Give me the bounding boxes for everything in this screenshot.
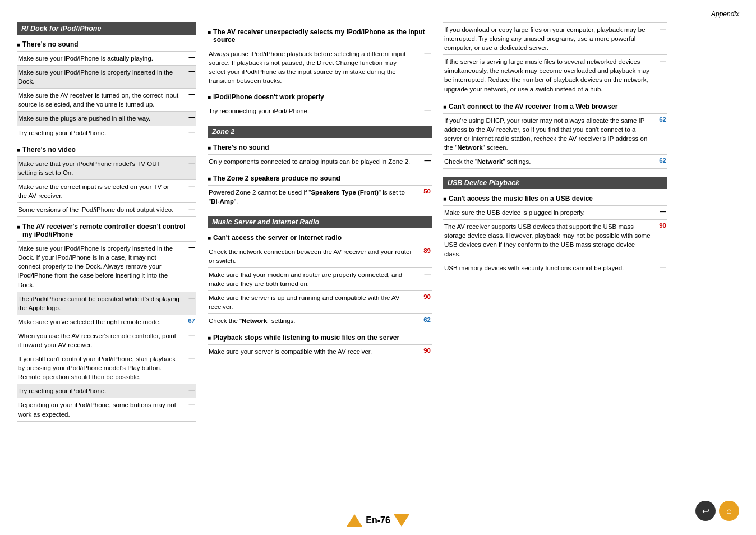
table-row: Make sure that your iPod/iPhone model's … xyxy=(17,156,196,179)
table-row: When you use the AV receiver's remote co… xyxy=(17,329,196,352)
back-icon[interactable]: ↩ xyxy=(695,501,716,521)
cant-access-server-title: Can't access the server or Internet radi… xyxy=(208,234,432,242)
page-footer: En-76 ↩ ⌂ xyxy=(0,514,756,527)
left-column: RI Dock for iPod/iPhone There's no sound… xyxy=(11,22,202,501)
table-row: If you still can't control your iPod/iPh… xyxy=(17,352,196,384)
no-sound-title: There's no sound xyxy=(17,40,196,48)
mid-column: The AV receiver unexpectedly selects my … xyxy=(202,22,437,501)
no-video-title: There's no video xyxy=(17,146,196,154)
table-row: If you're using DHCP, your router may no… xyxy=(443,113,667,154)
table-row: Make sure the AV receiver is turned on, … xyxy=(17,88,196,111)
remote-title: The AV receiver's remote controller does… xyxy=(17,223,196,238)
table-row: Make sure the USB device is plugged in p… xyxy=(443,205,667,219)
no-sound-rows: Make sure your iPod/iPhone is actually p… xyxy=(17,51,196,140)
zone2-no-sound-title: There's no sound xyxy=(208,144,432,151)
ipod-not-work-title: iPod/iPhone doesn't work properly xyxy=(208,93,432,101)
table-row: The iPod/iPhone cannot be operated while… xyxy=(17,292,196,315)
prev-page-icon[interactable] xyxy=(347,514,362,527)
table-row: Make sure the correct input is selected … xyxy=(17,179,196,202)
ri-dock-header: RI Dock for iPod/iPhone xyxy=(17,22,196,35)
usb-rows: Make sure the USB device is plugged in p… xyxy=(443,205,667,275)
no-video-rows: Make sure that your iPod/iPhone model's … xyxy=(17,156,196,217)
table-row: Depending on your iPod/iPhone, some butt… xyxy=(17,398,196,421)
table-row: If you download or copy large files on y… xyxy=(443,22,667,54)
page: Appendix RI Dock for iPod/iPhone There's… xyxy=(0,0,756,535)
table-row: Make sure you've selected the right remo… xyxy=(17,315,196,329)
table-row: Only components connected to analog inpu… xyxy=(208,154,432,168)
home-icon[interactable]: ⌂ xyxy=(719,501,739,521)
table-row: Make sure the plugs are pushed in all th… xyxy=(17,111,196,125)
right-column: If you download or copy large files on y… xyxy=(437,22,673,501)
content-area: RI Dock for iPod/iPhone There's no sound… xyxy=(0,22,756,501)
table-row: Make sure your iPod/iPhone is actually p… xyxy=(17,51,196,65)
web-browser-rows: If you're using DHCP, your router may no… xyxy=(443,113,667,169)
table-row: Always pause iPod/iPhone playback before… xyxy=(208,47,432,87)
cant-access-server-rows: Check the network connection between the… xyxy=(208,245,432,329)
table-row: If the server is serving large music fil… xyxy=(443,54,667,95)
av-selects-title: The AV receiver unexpectedly selects my … xyxy=(208,28,432,44)
table-row: Check the "Network" settings. 62 xyxy=(443,154,667,169)
zone2-header: Zone 2 xyxy=(208,126,432,138)
remote-rows: Make sure your iPod/iPhone is properly i… xyxy=(17,241,196,422)
table-row: Powered Zone 2 cannot be used if "Speake… xyxy=(208,185,432,208)
table-row: The AV receiver supports USB devices tha… xyxy=(443,219,667,260)
table-row: Make sure your iPod/iPhone is properly i… xyxy=(17,241,196,291)
table-row: USB memory devices with security functio… xyxy=(443,261,667,275)
usb-cant-access-title: Can't access the music files on a USB de… xyxy=(443,195,667,202)
music-server-header: Music Server and Internet Radio xyxy=(208,216,432,228)
table-row: Check the "Network" settings. 62 xyxy=(208,313,432,328)
table-row: Make sure your iPod/iPhone is properly i… xyxy=(17,65,196,88)
usb-section-header: USB Device Playback xyxy=(443,177,667,189)
playback-stops-title: Playback stops while listening to music … xyxy=(208,334,432,342)
footer-icons-right: ↩ ⌂ xyxy=(695,501,739,521)
table-row: Make sure that your modem and router are… xyxy=(208,268,432,290)
table-row: Some versions of the iPod/iPhone do not … xyxy=(17,202,196,217)
footer-center: En-76 xyxy=(347,514,409,527)
next-page-icon[interactable] xyxy=(394,514,409,527)
page-number: En-76 xyxy=(366,515,390,525)
table-row: Make sure the server is up and running a… xyxy=(208,290,432,313)
table-row: Check the network connection between the… xyxy=(208,245,432,268)
table-row: Make sure your server is compatible with… xyxy=(208,344,432,359)
zone2-speakers-title: The Zone 2 speakers produce no sound xyxy=(208,174,432,182)
web-browser-title: Can't connect to the AV receiver from a … xyxy=(443,103,667,110)
appendix-label: Appendix xyxy=(0,6,756,18)
table-row: Try resetting your iPod/iPhone. — xyxy=(17,384,196,398)
table-row: Try resetting your iPod/iPhone. — xyxy=(17,126,196,140)
table-row: Try reconnecting your iPod/iPhone. — xyxy=(208,104,432,118)
